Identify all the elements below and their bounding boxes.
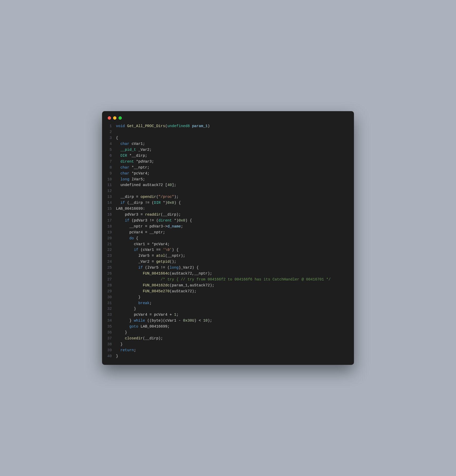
code-line: 1void Get_All_PROC_Dirs(undefined8 param… bbox=[107, 123, 349, 129]
line-number: 8 bbox=[107, 165, 116, 171]
line-number: 31 bbox=[107, 300, 116, 306]
code-content: dirent *pdVar3; bbox=[116, 159, 349, 165]
line-number: 6 bbox=[107, 153, 116, 159]
line-number: 36 bbox=[107, 330, 116, 336]
code-area: 1void Get_All_PROC_Dirs(undefined8 param… bbox=[107, 123, 349, 359]
code-content: undefined auStack72 [40]; bbox=[116, 182, 349, 188]
code-line: 38 } bbox=[107, 341, 349, 347]
code-line: 2 bbox=[107, 129, 349, 135]
code-line: 4 char cVar1; bbox=[107, 141, 349, 147]
code-content bbox=[116, 188, 349, 194]
line-number: 29 bbox=[107, 288, 116, 294]
line-number: 34 bbox=[107, 318, 116, 324]
code-content: char *__nptr; bbox=[116, 165, 349, 171]
close-icon[interactable] bbox=[108, 116, 111, 120]
line-number: 2 bbox=[107, 129, 116, 135]
code-content: return; bbox=[116, 347, 349, 353]
line-number: 20 bbox=[107, 235, 116, 241]
minimize-icon[interactable] bbox=[113, 116, 116, 120]
code-content: FUN_0041664c(auStack72,__nptr); bbox=[116, 271, 349, 277]
line-number: 5 bbox=[107, 147, 116, 153]
code-line: 3{ bbox=[107, 135, 349, 141]
code-line: 9 char *pcVar4; bbox=[107, 171, 349, 177]
line-number: 9 bbox=[107, 171, 116, 177]
code-line: 24 _Var2 = getpid(); bbox=[107, 259, 349, 265]
line-number: 33 bbox=[107, 312, 116, 318]
code-content: do { bbox=[116, 235, 349, 241]
code-line: 20 do { bbox=[107, 235, 349, 241]
line-number: 17 bbox=[107, 218, 116, 224]
code-content: lVar5 = atol(__nptr); bbox=[116, 253, 349, 259]
code-content: pcVar4 = __nptr; bbox=[116, 230, 349, 235]
line-number: 4 bbox=[107, 141, 116, 147]
line-number: 14 bbox=[107, 200, 116, 206]
code-content: closedir(__dirp); bbox=[116, 336, 349, 341]
line-number: 23 bbox=[107, 253, 116, 259]
titlebar bbox=[107, 116, 349, 123]
code-line: 31 break; bbox=[107, 300, 349, 306]
code-content: __pid_t _Var2; bbox=[116, 147, 349, 153]
code-line: 40} bbox=[107, 353, 349, 359]
code-line: 5 __pid_t _Var2; bbox=[107, 147, 349, 153]
code-line: 27 /* try { // try from 004166f2 to 0041… bbox=[107, 277, 349, 283]
code-content: } bbox=[116, 294, 349, 300]
code-line: 25 if (lVar5 != (long)_Var2) { bbox=[107, 265, 349, 271]
code-content: __dirp = opendir("/proc"); bbox=[116, 194, 349, 200]
code-content: __nptr = pdVar3->d_name; bbox=[116, 224, 349, 230]
code-line: 28 FUN_004162dc(param_1,auStack72); bbox=[107, 283, 349, 288]
code-content: if (cVar1 == '\0') { bbox=[116, 247, 349, 253]
code-content: pdVar3 = readdir(__dirp); bbox=[116, 212, 349, 218]
code-line: 17 if (pdVar3 != (dirent *)0x0) { bbox=[107, 218, 349, 224]
line-number: 37 bbox=[107, 336, 116, 341]
code-content: LAB_00416699: bbox=[116, 206, 349, 212]
line-number: 27 bbox=[107, 277, 116, 283]
line-number: 32 bbox=[107, 306, 116, 312]
code-line: 39 return; bbox=[107, 347, 349, 353]
code-line: 10 long lVar5; bbox=[107, 177, 349, 182]
code-line: 34 } while ((byte)(cVar1 - 0x30U) < 10); bbox=[107, 318, 349, 324]
line-number: 18 bbox=[107, 224, 116, 230]
code-content: { bbox=[116, 135, 349, 141]
code-content: char *pcVar4; bbox=[116, 171, 349, 177]
code-content: break; bbox=[116, 300, 349, 306]
code-content: /* try { // try from 004166f2 to 004166f… bbox=[116, 277, 349, 283]
code-line: 14 if (__dirp != (DIR *)0x0) { bbox=[107, 200, 349, 206]
line-number: 35 bbox=[107, 324, 116, 330]
code-line: 8 char *__nptr; bbox=[107, 165, 349, 171]
code-line: 22 if (cVar1 == '\0') { bbox=[107, 247, 349, 253]
code-content: FUN_0045e270(auStack72); bbox=[116, 288, 349, 294]
line-number: 13 bbox=[107, 194, 116, 200]
code-line: 29 FUN_0045e270(auStack72); bbox=[107, 288, 349, 294]
code-line: 33 pcVar4 = pcVar4 + 1; bbox=[107, 312, 349, 318]
line-number: 28 bbox=[107, 283, 116, 288]
code-content: } bbox=[116, 330, 349, 336]
line-number: 7 bbox=[107, 159, 116, 165]
code-content: cVar1 = *pcVar4; bbox=[116, 241, 349, 247]
line-number: 15 bbox=[107, 206, 116, 212]
code-content: } while ((byte)(cVar1 - 0x30U) < 10); bbox=[116, 318, 349, 324]
line-number: 26 bbox=[107, 271, 116, 277]
line-number: 22 bbox=[107, 247, 116, 253]
line-number: 24 bbox=[107, 259, 116, 265]
code-content: void Get_All_PROC_Dirs(undefined8 param_… bbox=[116, 123, 349, 129]
code-content: if (__dirp != (DIR *)0x0) { bbox=[116, 200, 349, 206]
zoom-icon[interactable] bbox=[118, 116, 122, 120]
code-line: 21 cVar1 = *pcVar4; bbox=[107, 241, 349, 247]
code-content: _Var2 = getpid(); bbox=[116, 259, 349, 265]
code-line: 30 } bbox=[107, 294, 349, 300]
line-number: 30 bbox=[107, 294, 116, 300]
code-content: FUN_004162dc(param_1,auStack72); bbox=[116, 283, 349, 288]
line-number: 12 bbox=[107, 188, 116, 194]
code-line: 35 goto LAB_00416699; bbox=[107, 324, 349, 330]
code-line: 26 FUN_0041664c(auStack72,__nptr); bbox=[107, 271, 349, 277]
code-content: if (lVar5 != (long)_Var2) { bbox=[116, 265, 349, 271]
code-content bbox=[116, 129, 349, 135]
code-line: 7 dirent *pdVar3; bbox=[107, 159, 349, 165]
code-line: 13 __dirp = opendir("/proc"); bbox=[107, 194, 349, 200]
code-content: } bbox=[116, 306, 349, 312]
code-line: 19 pcVar4 = __nptr; bbox=[107, 230, 349, 235]
line-number: 3 bbox=[107, 135, 116, 141]
code-content: if (pdVar3 != (dirent *)0x0) { bbox=[116, 218, 349, 224]
code-line: 6 DIR *__dirp; bbox=[107, 153, 349, 159]
code-line: 37 closedir(__dirp); bbox=[107, 336, 349, 341]
